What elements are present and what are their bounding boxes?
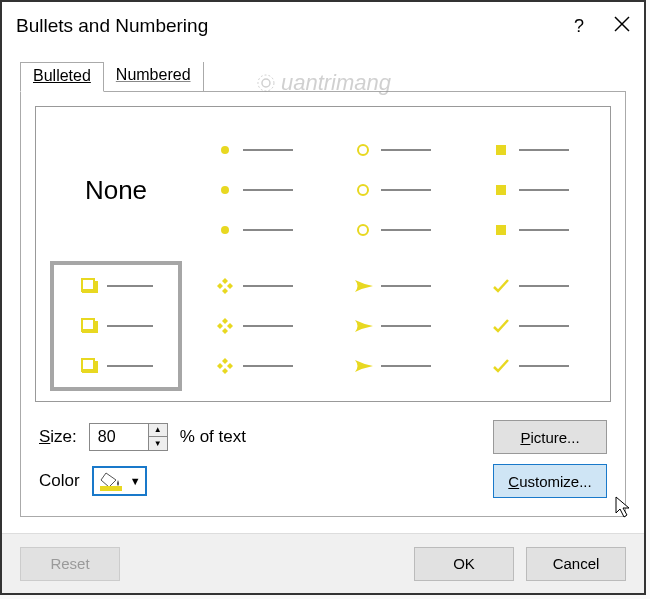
box3d-icon xyxy=(79,316,99,336)
svg-marker-25 xyxy=(222,328,228,334)
size-field[interactable] xyxy=(90,424,148,450)
svg-point-7 xyxy=(358,225,368,235)
style-option-arrowhead[interactable] xyxy=(326,261,458,391)
svg-rect-15 xyxy=(82,329,96,333)
bullet-style-grid: None xyxy=(35,106,611,402)
square-icon xyxy=(491,180,511,200)
arrowhead-icon xyxy=(353,316,373,336)
dialog-title: Bullets and Numbering xyxy=(16,15,208,37)
style-option-filled-circle[interactable] xyxy=(188,125,320,255)
close-icon xyxy=(614,16,630,32)
titlebar: Bullets and Numbering ? xyxy=(2,2,644,50)
svg-rect-8 xyxy=(496,145,506,155)
ring-icon xyxy=(353,140,373,160)
svg-point-3 xyxy=(221,186,229,194)
svg-point-4 xyxy=(221,226,229,234)
color-picker-button[interactable]: ▼ xyxy=(92,466,147,496)
four-diamond-icon xyxy=(215,276,235,296)
ok-button[interactable]: OK xyxy=(414,547,514,581)
dialog-footer: Reset OK Cancel xyxy=(2,533,644,593)
tab-numbered[interactable]: Numbered xyxy=(104,62,204,92)
svg-marker-21 xyxy=(222,288,228,294)
chevron-down-icon: ▼ xyxy=(130,475,141,487)
ring-icon xyxy=(353,220,373,240)
tab-strip: Bulleted Numbered xyxy=(20,62,626,92)
style-option-filled-square[interactable] xyxy=(464,125,596,255)
pct-of-text-label: % of text xyxy=(180,427,246,447)
svg-rect-10 xyxy=(496,225,506,235)
check-icon xyxy=(491,276,511,296)
disc-icon xyxy=(215,180,235,200)
svg-marker-26 xyxy=(217,323,223,329)
svg-rect-13 xyxy=(94,281,98,293)
size-spin-up[interactable]: ▲ xyxy=(149,424,167,437)
svg-rect-12 xyxy=(82,289,96,293)
arrowhead-icon xyxy=(353,356,373,376)
svg-marker-27 xyxy=(227,323,233,329)
style-option-open-circle[interactable] xyxy=(326,125,458,255)
svg-rect-19 xyxy=(94,361,98,373)
four-diamond-icon xyxy=(215,356,235,376)
customize-button[interactable]: Customize... xyxy=(493,464,607,498)
tab-panel-bulleted: None xyxy=(20,91,626,517)
disc-icon xyxy=(215,140,235,160)
size-label: Size: xyxy=(39,427,77,447)
help-button[interactable]: ? xyxy=(574,16,584,37)
svg-marker-24 xyxy=(222,318,228,324)
color-label: Color xyxy=(39,471,80,491)
bullets-numbering-dialog: Bullets and Numbering ? Bulleted Numbere… xyxy=(0,0,646,595)
four-diamond-icon xyxy=(215,316,235,336)
ring-icon xyxy=(353,180,373,200)
reset-button: Reset xyxy=(20,547,120,581)
size-spin-down[interactable]: ▼ xyxy=(149,437,167,450)
check-icon xyxy=(491,356,511,376)
disc-icon xyxy=(215,220,235,240)
svg-marker-31 xyxy=(227,363,233,369)
style-option-checkmark[interactable] xyxy=(464,261,596,391)
style-option-box3d[interactable] xyxy=(50,261,182,391)
picture-button[interactable]: Picture... xyxy=(493,420,607,454)
svg-point-6 xyxy=(358,185,368,195)
paintbucket-icon xyxy=(98,471,124,491)
svg-marker-29 xyxy=(222,368,228,374)
svg-point-5 xyxy=(358,145,368,155)
svg-point-2 xyxy=(221,146,229,154)
style-option-none[interactable]: None xyxy=(50,125,182,255)
square-icon xyxy=(491,140,511,160)
svg-rect-9 xyxy=(496,185,506,195)
svg-marker-23 xyxy=(227,283,233,289)
cancel-button[interactable]: Cancel xyxy=(526,547,626,581)
close-button[interactable] xyxy=(614,16,630,37)
check-icon xyxy=(491,316,511,336)
style-option-four-diamond[interactable] xyxy=(188,261,320,391)
svg-marker-30 xyxy=(217,363,223,369)
box3d-icon xyxy=(79,356,99,376)
svg-rect-16 xyxy=(94,321,98,333)
svg-marker-20 xyxy=(222,278,228,284)
square-icon xyxy=(491,220,511,240)
tab-bulleted[interactable]: Bulleted xyxy=(20,62,104,92)
svg-marker-28 xyxy=(222,358,228,364)
box3d-icon xyxy=(79,276,99,296)
size-input[interactable]: ▲ ▼ xyxy=(89,423,168,451)
arrowhead-icon xyxy=(353,276,373,296)
svg-rect-18 xyxy=(82,369,96,373)
svg-marker-22 xyxy=(217,283,223,289)
